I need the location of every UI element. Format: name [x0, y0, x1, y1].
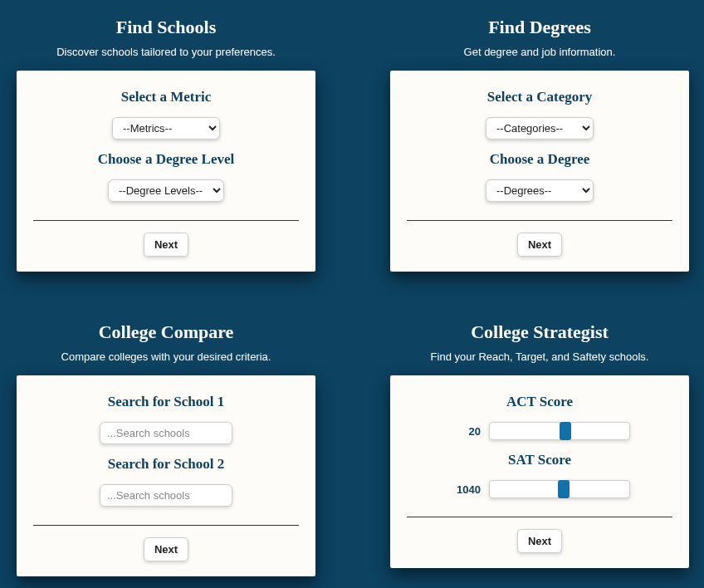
- college-compare-card: Search for School 1 Search for School 2 …: [17, 375, 315, 576]
- find-schools-card: Select a Metric --Metrics-- Choose a Deg…: [17, 71, 315, 272]
- sat-slider[interactable]: [489, 480, 630, 498]
- college-strategist-next-button[interactable]: Next: [517, 529, 562, 553]
- degree-level-label: Choose a Degree Level: [98, 151, 234, 168]
- find-degrees-title: Find Degrees: [488, 17, 591, 38]
- act-label: ACT Score: [506, 394, 573, 410]
- college-compare-title: College Compare: [99, 321, 234, 343]
- act-slider[interactable]: [489, 422, 630, 440]
- divider: [33, 220, 299, 221]
- category-select[interactable]: --Categories--: [486, 117, 594, 140]
- find-schools-subtitle: Discover schools tailored to your prefer…: [56, 46, 276, 58]
- college-compare-next-button[interactable]: Next: [144, 537, 188, 561]
- college-strategist-tool: College Strategist Find your Reach, Targ…: [390, 321, 689, 576]
- college-strategist-title: College Strategist: [471, 321, 609, 343]
- find-degrees-tool: Find Degrees Get degree and job informat…: [390, 17, 689, 272]
- college-strategist-card: ACT Score 20 SAT Score 1040 Next: [390, 375, 689, 568]
- divider: [407, 220, 672, 221]
- act-slider-row: 20: [407, 422, 672, 440]
- degree-select[interactable]: --Degrees--: [486, 179, 594, 202]
- divider: [407, 517, 672, 517]
- degree-field-group: Choose a Degree --Degrees--: [407, 151, 672, 202]
- find-schools-title: Find Schools: [116, 17, 216, 38]
- degree-level-select[interactable]: --Degree Levels--: [108, 179, 224, 202]
- act-field-group: ACT Score 20: [407, 394, 672, 440]
- college-strategist-subtitle: Find your Reach, Target, and Saftety sch…: [431, 350, 649, 363]
- school1-label: Search for School 1: [108, 394, 225, 410]
- school2-label: Search for School 2: [108, 456, 225, 473]
- school1-field-group: Search for School 1: [33, 394, 299, 444]
- find-degrees-next-button[interactable]: Next: [517, 233, 562, 257]
- school2-search-input[interactable]: [100, 484, 232, 507]
- degree-level-field-group: Choose a Degree Level --Degree Levels--: [33, 151, 299, 202]
- metric-label: Select a Metric: [121, 89, 212, 105]
- sat-field-group: SAT Score 1040: [407, 452, 672, 498]
- sat-label: SAT Score: [508, 452, 571, 468]
- school2-field-group: Search for School 2: [33, 456, 299, 507]
- metric-field-group: Select a Metric --Metrics--: [33, 89, 299, 140]
- college-compare-tool: College Compare Compare colleges with yo…: [17, 321, 315, 576]
- find-schools-next-button[interactable]: Next: [144, 233, 188, 257]
- sat-value: 1040: [449, 483, 481, 496]
- act-value: 20: [449, 425, 481, 438]
- category-field-group: Select a Category --Categories--: [407, 89, 672, 140]
- category-label: Select a Category: [487, 89, 593, 105]
- school1-search-input[interactable]: [100, 422, 232, 444]
- find-schools-tool: Find Schools Discover schools tailored t…: [17, 17, 315, 272]
- find-degrees-card: Select a Category --Categories-- Choose …: [390, 71, 689, 272]
- sat-slider-row: 1040: [407, 480, 672, 498]
- degree-label: Choose a Degree: [490, 151, 590, 168]
- college-compare-subtitle: Compare colleges with your desired crite…: [61, 350, 271, 363]
- divider: [33, 525, 299, 526]
- find-degrees-subtitle: Get degree and job information.: [464, 46, 616, 58]
- metric-select[interactable]: --Metrics--: [112, 117, 220, 140]
